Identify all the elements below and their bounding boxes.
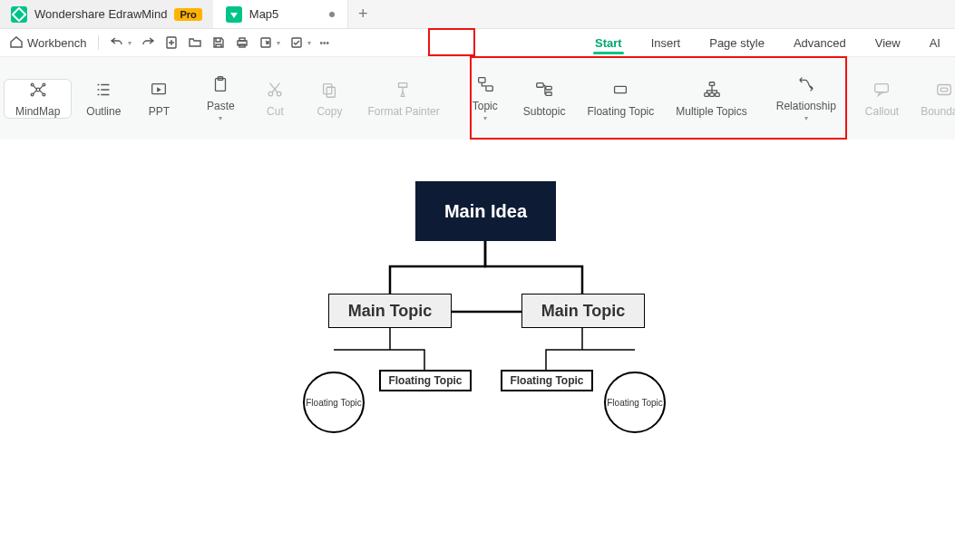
check-icon bbox=[289, 35, 304, 50]
copy-button[interactable]: Copy bbox=[302, 80, 356, 118]
relationship-icon bbox=[796, 74, 816, 94]
view-mindmap-button[interactable]: MindMap bbox=[4, 79, 72, 119]
svg-rect-20 bbox=[537, 82, 543, 87]
svg-rect-23 bbox=[615, 86, 627, 92]
check-button[interactable]: ▾ bbox=[289, 35, 311, 50]
topic-icon bbox=[475, 74, 495, 94]
redo-icon bbox=[141, 35, 155, 50]
multiple-topics-button[interactable]: Multiple Topics bbox=[665, 80, 757, 118]
redo-button[interactable] bbox=[141, 35, 155, 50]
app-logo-icon bbox=[11, 6, 27, 23]
svg-rect-25 bbox=[704, 92, 708, 96]
more-button[interactable]: ••• bbox=[320, 38, 330, 48]
svg-rect-24 bbox=[709, 82, 715, 85]
menu-start[interactable]: Start bbox=[580, 29, 637, 56]
paste-button[interactable]: Paste ▾ bbox=[193, 74, 248, 122]
new-tab-button[interactable]: + bbox=[348, 0, 377, 28]
app-name: Wondershare EdrawMind bbox=[34, 7, 167, 21]
print-button[interactable] bbox=[235, 35, 249, 50]
menu-insert[interactable]: Insert bbox=[637, 29, 696, 56]
node-floating-circle-right[interactable]: Floating Topic bbox=[604, 372, 666, 433]
format-painter-button[interactable]: Format Painter bbox=[356, 80, 450, 118]
svg-point-14 bbox=[269, 92, 274, 96]
app-tab: Wondershare EdrawMind Pro bbox=[0, 0, 213, 28]
svg-rect-27 bbox=[709, 92, 714, 96]
title-bar: Wondershare EdrawMind Pro Map5 + bbox=[0, 0, 955, 29]
open-file-button[interactable] bbox=[188, 35, 202, 50]
svg-rect-19 bbox=[486, 86, 492, 92]
svg-rect-16 bbox=[324, 83, 332, 93]
document-icon bbox=[226, 6, 242, 23]
svg-point-6 bbox=[36, 88, 40, 92]
menu-advanced[interactable]: Advanced bbox=[779, 29, 861, 56]
svg-rect-26 bbox=[715, 92, 719, 96]
new-file-icon bbox=[164, 35, 179, 50]
mindmap-icon bbox=[28, 80, 48, 100]
ppt-icon bbox=[149, 80, 169, 100]
node-floating-circle-left[interactable]: Floating Topic bbox=[303, 372, 365, 433]
pro-badge: Pro bbox=[174, 8, 201, 21]
callout-icon bbox=[872, 80, 892, 100]
svg-rect-29 bbox=[938, 84, 951, 94]
svg-point-15 bbox=[278, 92, 282, 96]
save-icon bbox=[211, 35, 226, 50]
menu-bar: Start Insert Page style Advanced View AI bbox=[580, 29, 955, 56]
svg-rect-22 bbox=[546, 92, 551, 95]
document-name: Map5 bbox=[249, 7, 279, 21]
svg-rect-28 bbox=[875, 83, 889, 92]
undo-icon bbox=[110, 35, 124, 50]
multiple-topics-icon bbox=[702, 80, 722, 100]
svg-rect-21 bbox=[546, 86, 551, 90]
cut-icon bbox=[265, 80, 285, 100]
save-button[interactable] bbox=[211, 35, 226, 50]
node-main-topic-left[interactable]: Main Topic bbox=[328, 294, 452, 328]
cut-button[interactable]: Cut bbox=[248, 80, 302, 118]
menu-ai[interactable]: AI bbox=[915, 29, 955, 56]
home-icon bbox=[9, 35, 24, 50]
export-button[interactable]: ▾ bbox=[258, 35, 280, 50]
canvas[interactable]: Main Idea Main Topic Main Topic Floating… bbox=[0, 140, 955, 560]
home-button[interactable]: Workbench bbox=[9, 35, 87, 50]
folder-icon bbox=[188, 35, 202, 50]
outline-icon bbox=[93, 80, 113, 100]
floating-topic-icon bbox=[610, 80, 630, 100]
unsaved-indicator-icon bbox=[329, 12, 335, 17]
topic-button[interactable]: Topic ▾ bbox=[458, 74, 512, 122]
floating-topic-button[interactable]: Floating Topic bbox=[576, 80, 665, 118]
svg-rect-5 bbox=[292, 38, 301, 47]
copy-icon bbox=[319, 80, 339, 100]
menu-page-style[interactable]: Page style bbox=[695, 29, 779, 56]
node-floating-rect-left[interactable]: Floating Topic bbox=[379, 370, 472, 391]
print-icon bbox=[235, 35, 249, 50]
svg-rect-2 bbox=[239, 38, 245, 41]
paste-icon bbox=[210, 74, 230, 94]
workbench-label: Workbench bbox=[27, 36, 87, 50]
view-outline-button[interactable]: Outline bbox=[75, 80, 132, 118]
node-main-topic-right[interactable]: Main Topic bbox=[521, 294, 645, 328]
format-painter-icon bbox=[394, 80, 414, 100]
ribbon: MindMap Outline PPT Paste ▾ C bbox=[0, 56, 955, 140]
export-icon bbox=[258, 35, 273, 50]
menu-view[interactable]: View bbox=[861, 29, 915, 56]
svg-rect-18 bbox=[478, 78, 484, 83]
boundary-icon bbox=[934, 80, 954, 100]
view-ppt-button[interactable]: PPT bbox=[132, 80, 186, 118]
svg-rect-30 bbox=[940, 88, 947, 92]
subtopic-button[interactable]: Subtopic bbox=[512, 80, 577, 118]
boundary-button[interactable]: Boundary bbox=[910, 80, 955, 118]
callout-button[interactable]: Callout bbox=[854, 80, 910, 118]
node-floating-rect-right[interactable]: Floating Topic bbox=[501, 370, 593, 391]
svg-rect-17 bbox=[327, 87, 336, 97]
node-main-idea[interactable]: Main Idea bbox=[415, 181, 556, 241]
new-file-button[interactable] bbox=[164, 35, 179, 50]
subtopic-icon bbox=[534, 80, 554, 100]
relationship-button[interactable]: Relationship ▾ bbox=[765, 74, 847, 122]
undo-button[interactable]: ▾ bbox=[110, 35, 132, 50]
document-tab[interactable]: Map5 bbox=[213, 0, 349, 28]
